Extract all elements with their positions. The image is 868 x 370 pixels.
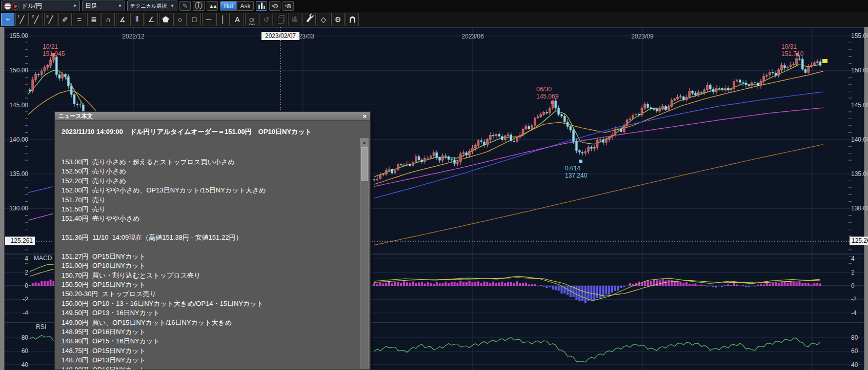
rectangle-tool[interactable]: □ bbox=[188, 13, 201, 26]
news-line: 148.00円 OP16日NYカット bbox=[62, 365, 355, 369]
trendline-2-tool[interactable]: ╱2 bbox=[30, 13, 43, 26]
news-popup[interactable]: ニュース本文 × 2023/11/10 14:09:00 ドル円リアルタイムオー… bbox=[54, 111, 371, 370]
undo-history-tool: ↺ bbox=[259, 13, 273, 26]
scroll-up-icon[interactable]: ▲ bbox=[360, 139, 368, 147]
news-scrollbar[interactable]: ▲ bbox=[360, 138, 369, 368]
copy-icon bbox=[278, 17, 284, 24]
candle-chart-type-button[interactable] bbox=[256, 1, 267, 11]
axis-label: 80 bbox=[3, 334, 28, 341]
axis-label: 135.00 bbox=[3, 170, 28, 178]
axis-label: 60 bbox=[851, 347, 868, 355]
candle-chart-icon bbox=[258, 3, 265, 9]
crosshair-tool[interactable]: ＋ bbox=[1, 13, 14, 26]
currency-pair-label: ドル/円 bbox=[22, 2, 42, 10]
news-line: 148.90円 OP15・16日NYカット bbox=[62, 337, 355, 346]
horizontal-line-icon: ─ bbox=[206, 15, 211, 24]
parallel-lines-tool[interactable]: ＝ bbox=[73, 13, 86, 26]
undo-history-icon: ↺ bbox=[263, 15, 269, 24]
wrench-tool[interactable] bbox=[302, 13, 316, 26]
tool-number-label: 3 bbox=[46, 14, 48, 18]
horizontal-line-tool[interactable]: ─ bbox=[202, 13, 215, 26]
news-line: 151.27円 OP15日NYカット bbox=[62, 252, 355, 261]
vertical-line-icon: │ bbox=[221, 15, 226, 24]
area-chart-button[interactable]: ▲▲ bbox=[207, 1, 218, 11]
tool-number-label: 1 bbox=[17, 14, 19, 18]
fibonacci-arc-tool[interactable]: ∩ bbox=[102, 13, 115, 26]
pentagon-tool[interactable] bbox=[159, 13, 172, 26]
trendline-3-tool[interactable]: ╱3 bbox=[44, 13, 57, 26]
vertical-line-tool[interactable]: │ bbox=[216, 13, 230, 26]
news-line: 149.00円 買い、OP15日NYカット/16日NYカット大きめ bbox=[62, 318, 355, 327]
axis-label: 0 bbox=[851, 282, 868, 289]
ruler-tool[interactable]: ✐ bbox=[58, 13, 72, 26]
axis-label: 60 bbox=[3, 347, 28, 355]
gann-fan-tool[interactable]: ∠ bbox=[145, 13, 158, 26]
trendline-1-tool[interactable]: ╱1 bbox=[15, 13, 29, 26]
news-popup-titlebar[interactable]: ニュース本文 × bbox=[55, 112, 370, 121]
timeframe-label: 日足 bbox=[85, 2, 97, 10]
ma-magenta-right bbox=[374, 108, 823, 186]
news-line bbox=[62, 224, 355, 233]
vertical-grid-lines-tool[interactable]: ⦀ bbox=[130, 13, 144, 26]
zoom-in-icon: ⊕ bbox=[286, 2, 292, 10]
axis-label: -2 bbox=[851, 296, 868, 303]
eraser-tool[interactable]: ◇ bbox=[317, 13, 330, 26]
trendline-3-icon: ╱ bbox=[49, 15, 53, 24]
axis-label: 140.00 bbox=[3, 136, 28, 143]
vertical-zoom-in-button[interactable]: ↕ ⊕ bbox=[282, 1, 294, 11]
date-axis-label: 2022/12 bbox=[122, 33, 144, 40]
ask-button[interactable]: Ask bbox=[237, 1, 254, 11]
left-window-edge bbox=[0, 27, 5, 370]
magnet-tool[interactable] bbox=[346, 13, 359, 26]
timeframe-select[interactable]: 日足 ▼ bbox=[82, 1, 125, 11]
chevron-down-icon: ▼ bbox=[73, 4, 77, 8]
multi-horizontal-lines-tool[interactable]: ≣ bbox=[87, 13, 100, 26]
axis-label: -4 bbox=[851, 309, 868, 317]
fan-lines-tool[interactable]: ∡ bbox=[116, 13, 129, 26]
annotation-07-14: 07/14137.240 bbox=[565, 165, 587, 179]
ma-mid-right bbox=[374, 71, 823, 184]
axis-label: 145.00 bbox=[3, 102, 28, 109]
ellipse-icon: ○ bbox=[178, 15, 182, 24]
draw-pencil-button[interactable]: ✎ bbox=[179, 1, 191, 11]
technical-label: テクニカル選択 bbox=[130, 3, 167, 10]
pentagon-icon bbox=[163, 16, 169, 23]
axis-label: 135.00 bbox=[851, 170, 868, 178]
news-line: 152.20円 売り小さめ bbox=[62, 177, 355, 186]
axis-label: -2 bbox=[3, 296, 28, 303]
trading-app-window: ドル/円 ▼ 日足 ▼ テクニカル選択 ▼ ✎ ⓘ ▲▲ Bid Ask ↕ ⊖… bbox=[0, 0, 868, 370]
rsi-panel-label: RSI bbox=[36, 323, 46, 330]
scrollbar-thumb[interactable] bbox=[361, 147, 368, 181]
icon-stamp-tool[interactable]: ☺icon bbox=[245, 13, 258, 26]
vertical-grid-lines-icon: ⦀ bbox=[135, 15, 138, 24]
axis-label: 145.00 bbox=[851, 102, 868, 109]
eraser-icon: ◇ bbox=[321, 15, 327, 24]
us-flag-icon bbox=[4, 3, 11, 10]
cursor-price-badge-right: 125.261 bbox=[850, 237, 868, 245]
news-line: 151.50円 売り bbox=[62, 205, 355, 214]
crosshair-icon: ＋ bbox=[4, 15, 11, 24]
axis-label: 2 bbox=[851, 269, 868, 276]
close-icon[interactable]: × bbox=[362, 113, 367, 120]
axis-label: 4 bbox=[851, 255, 868, 262]
news-line: 150.20-30円 ストップロス売り bbox=[62, 289, 355, 299]
vertical-zoom-out-button[interactable]: ↕ ⊖ bbox=[269, 1, 280, 11]
text-tool[interactable]: A bbox=[231, 13, 244, 26]
ellipse-tool[interactable]: ○ bbox=[173, 13, 187, 26]
bid-ask-toggle: Bid Ask bbox=[220, 1, 254, 11]
news-line: 153.00円 売り小さめ・超えるとストップロス買い小さめ bbox=[62, 158, 355, 167]
pan-hand-tool bbox=[288, 13, 301, 26]
news-body-lines: 153.00円 売り小さめ・超えるとストップロス買い小さめ152.50円 売り小… bbox=[62, 158, 355, 369]
bid-button[interactable]: Bid bbox=[220, 1, 237, 11]
axis-label: 40 bbox=[3, 361, 28, 368]
news-line: 150.00円 OP10・13・16日NYカット大きめ/OP14・15日NYカッ… bbox=[62, 299, 355, 308]
news-line: 148.95円 OP16日NYカット bbox=[62, 327, 355, 337]
settings-list-tool[interactable]: ⚙ bbox=[331, 13, 345, 26]
currency-pair-select[interactable]: ドル/円 ▼ bbox=[1, 1, 80, 11]
technical-select[interactable]: テクニカル選択 ▼ bbox=[127, 1, 177, 11]
chart-region[interactable]: 2022/122023/032023/062023/09 155.00155.0… bbox=[0, 27, 868, 370]
ma-blue-left bbox=[28, 187, 53, 192]
info-button[interactable]: ⓘ bbox=[193, 1, 205, 11]
axis-label: 155.00 bbox=[851, 32, 868, 40]
axis-label: 4 bbox=[3, 255, 28, 262]
